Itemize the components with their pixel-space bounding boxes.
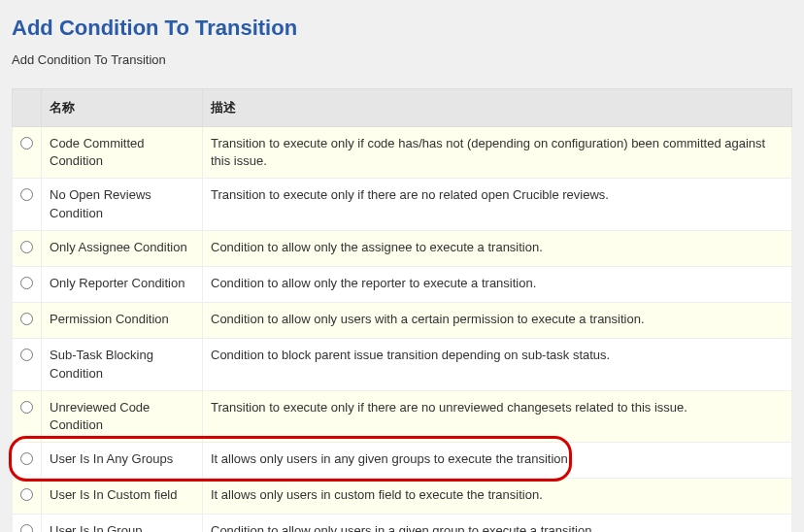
condition-radio[interactable] xyxy=(20,188,33,201)
condition-name: User Is In Group xyxy=(42,515,203,532)
condition-radio[interactable] xyxy=(20,349,33,361)
condition-name: Permission Condition xyxy=(42,303,203,339)
col-header-description: 描述 xyxy=(203,89,792,127)
radio-cell xyxy=(13,515,42,532)
radio-cell xyxy=(13,127,42,179)
page-subtitle: Add Condition To Transition xyxy=(12,52,792,67)
condition-description: Condition to allow only users with a cer… xyxy=(203,303,792,339)
condition-description: Condition to block parent issue transiti… xyxy=(203,339,792,390)
condition-radio[interactable] xyxy=(20,313,33,325)
table-row: Only Assignee ConditionCondition to allo… xyxy=(13,230,792,266)
condition-description: Transition to execute only if there are … xyxy=(203,179,792,230)
conditions-table: 名称 描述 Code Committed ConditionTransition… xyxy=(12,88,792,532)
condition-radio[interactable] xyxy=(20,277,33,289)
page-title: Add Condition To Transition xyxy=(12,16,792,41)
radio-cell xyxy=(13,230,42,266)
table-row: No Open Reviews ConditionTransition to e… xyxy=(13,179,792,230)
condition-name: User Is In Any Groups xyxy=(42,443,203,479)
col-header-name: 名称 xyxy=(42,89,203,127)
table-row: Only Reporter ConditionCondition to allo… xyxy=(13,266,792,302)
radio-cell xyxy=(13,390,42,442)
table-row: User Is In Any GroupsIt allows only user… xyxy=(13,443,792,479)
table-row: Permission ConditionCondition to allow o… xyxy=(13,303,792,339)
col-header-radio xyxy=(13,89,42,127)
condition-description: Transition to execute only if there are … xyxy=(203,390,792,442)
condition-description: It allows only users in custom field to … xyxy=(203,479,792,515)
condition-radio[interactable] xyxy=(20,452,33,465)
conditions-table-wrap: 名称 描述 Code Committed ConditionTransition… xyxy=(12,88,792,532)
radio-cell xyxy=(13,339,42,390)
radio-cell xyxy=(13,266,42,302)
condition-radio[interactable] xyxy=(20,488,33,501)
condition-name: Unreviewed Code Condition xyxy=(42,390,203,442)
condition-radio[interactable] xyxy=(20,241,33,253)
table-row: Sub-Task Blocking ConditionCondition to … xyxy=(13,339,792,390)
condition-description: Condition to allow only the reporter to … xyxy=(203,266,792,302)
condition-radio[interactable] xyxy=(20,401,33,414)
radio-cell xyxy=(13,443,42,479)
condition-name: Code Committed Condition xyxy=(42,127,203,179)
table-row: Code Committed ConditionTransition to ex… xyxy=(13,127,792,179)
condition-name: Only Reporter Condition xyxy=(42,266,203,302)
condition-radio[interactable] xyxy=(20,524,33,532)
table-row: User Is In Custom fieldIt allows only us… xyxy=(13,479,792,515)
radio-cell xyxy=(13,303,42,339)
condition-description: Condition to allow only the assignee to … xyxy=(203,230,792,266)
radio-cell xyxy=(13,179,42,230)
condition-name: User Is In Custom field xyxy=(42,479,203,515)
table-row: User Is In GroupCondition to allow only … xyxy=(13,515,792,532)
condition-name: No Open Reviews Condition xyxy=(42,179,203,230)
condition-name: Only Assignee Condition xyxy=(42,230,203,266)
condition-radio[interactable] xyxy=(20,137,33,150)
condition-description: Transition to execute only if code has/h… xyxy=(203,127,792,179)
condition-name: Sub-Task Blocking Condition xyxy=(42,339,203,390)
condition-description: Condition to allow only users in a given… xyxy=(203,515,792,532)
table-row: Unreviewed Code ConditionTransition to e… xyxy=(13,390,792,442)
radio-cell xyxy=(13,479,42,515)
condition-description: It allows only users in any given groups… xyxy=(203,443,792,479)
